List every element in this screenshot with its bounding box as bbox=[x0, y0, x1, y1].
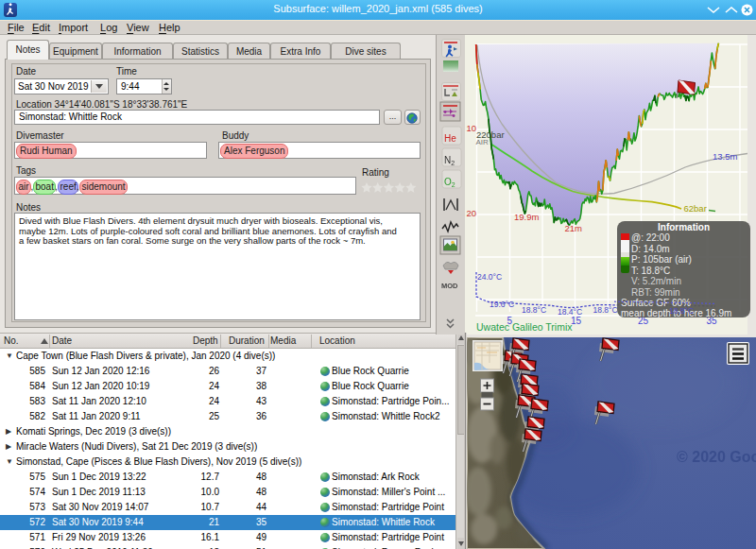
svg-text:19.9m: 19.9m bbox=[514, 212, 539, 222]
svg-text:AIR: AIR bbox=[476, 138, 490, 146]
svg-text:13.5m: 13.5m bbox=[713, 151, 737, 162]
svg-text:19.6°C: 19.6°C bbox=[490, 300, 514, 309]
svg-text:18.4°C: 18.4°C bbox=[558, 307, 582, 317]
svg-text:© 2020 Goo: © 2020 Goo bbox=[677, 449, 756, 465]
svg-text:15: 15 bbox=[571, 316, 582, 326]
svg-text:20: 20 bbox=[467, 208, 477, 218]
svg-text:21m: 21m bbox=[565, 223, 583, 233]
svg-text:Uwatec Galileo Trimix: Uwatec Galileo Trimix bbox=[476, 321, 573, 333]
svg-text:MOD: MOD bbox=[441, 282, 458, 290]
svg-text:10: 10 bbox=[467, 123, 477, 133]
svg-text:24.0°C: 24.0°C bbox=[477, 272, 502, 282]
svg-text:62bar: 62bar bbox=[684, 203, 707, 214]
svg-text:He: He bbox=[444, 133, 456, 144]
svg-text:18.8°C: 18.8°C bbox=[669, 306, 694, 316]
svg-text:18.8°C: 18.8°C bbox=[522, 305, 546, 315]
